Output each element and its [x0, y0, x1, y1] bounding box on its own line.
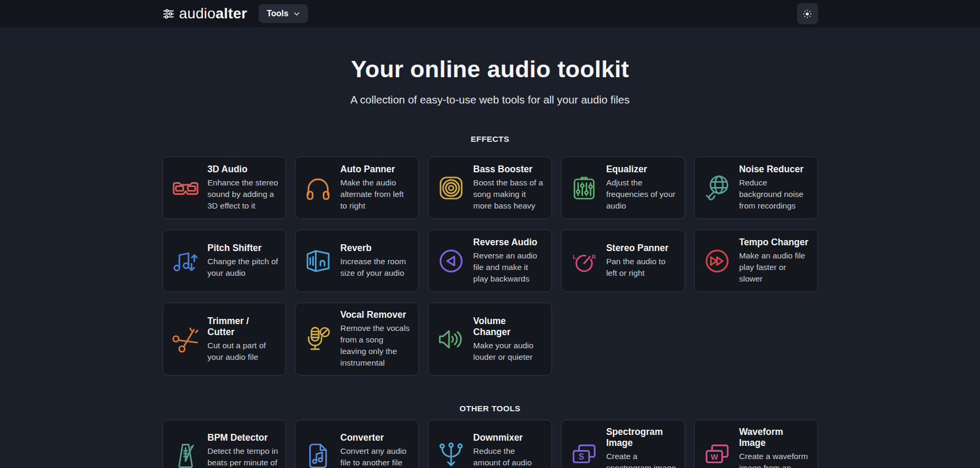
tool-card-text: Waveform ImageCreate a waveform image fr…	[739, 427, 810, 468]
pan-knob-icon: LR	[569, 246, 599, 276]
tool-card-text: Noise ReducerReduce background noise fro…	[739, 164, 810, 212]
tool-card-bpm-detector[interactable]: BPM DetectorDetect the tempo in beats pe…	[162, 420, 287, 468]
sliders-icon	[162, 8, 175, 20]
tool-title: Stereo Panner	[606, 243, 677, 254]
tool-title: Pitch Shifter	[208, 243, 279, 254]
tool-card-text: Tempo ChangerMake an audio file play fas…	[739, 237, 810, 285]
tool-card-vocal-remover[interactable]: Vocal RemoverRemove the vocals from a so…	[295, 303, 419, 376]
tool-card-spectrogram-image[interactable]: SSpectrogram ImageCreate a spectrogram i…	[561, 420, 685, 468]
scissors-icon	[170, 325, 201, 354]
tool-title: 3D Audio	[208, 164, 279, 175]
tool-title: Bass Booster	[473, 164, 544, 175]
tool-card-downmixer[interactable]: DownmixerReduce the amount of audio chan…	[428, 420, 552, 468]
metronome-icon	[170, 441, 201, 468]
tool-card-converter[interactable]: ConverterConvert any audio file to anoth…	[295, 420, 419, 468]
tool-card-bass-booster[interactable]: Bass BoosterBoost the bass of a song mak…	[428, 157, 552, 219]
tool-card-stereo-panner[interactable]: LRStereo PannerPan the audio to left or …	[561, 230, 685, 292]
tool-title: Tempo Changer	[739, 237, 810, 248]
tool-description: Change the pitch of your audio	[208, 256, 279, 279]
tools-menu-button[interactable]: Tools	[259, 4, 308, 23]
tool-card-text: Stereo PannerPan the audio to left or ri…	[606, 243, 677, 279]
section-label-effects: EFFECTS	[162, 134, 818, 144]
theme-toggle-button[interactable]	[797, 3, 818, 24]
navbar: audioalter Tools	[0, 0, 980, 27]
tool-card-tempo-changer[interactable]: Tempo ChangerMake an audio file play fas…	[694, 230, 818, 292]
tool-description: Reduce background noise from recordings	[739, 177, 810, 212]
tool-description: Convert any audio file to another file f…	[340, 445, 411, 468]
glasses-3d-icon	[170, 173, 201, 203]
tool-description: Increase the room size of your audio	[340, 256, 411, 279]
tools-menu-label: Tools	[267, 9, 288, 18]
effects-grid: 3D AudioEnhance the stereo sound by addi…	[162, 157, 818, 376]
tool-description: Remove the vocals from a song leaving on…	[340, 323, 411, 369]
layers-w-icon: W	[702, 441, 732, 468]
tool-description: Create a waveform image from an audio fi…	[739, 451, 810, 468]
tool-title: Trimmer / Cutter	[208, 316, 279, 338]
page-subtitle: A collection of easy-to-use web tools fo…	[162, 93, 818, 106]
svg-text:R: R	[591, 253, 596, 259]
tool-description: Make the audio alternate from left to ri…	[340, 177, 411, 212]
tool-card-text: Bass BoosterBoost the bass of a song mak…	[473, 164, 544, 212]
tool-description: Pan the audio to left or right	[606, 256, 677, 279]
tool-card-3d-audio[interactable]: 3D AudioEnhance the stereo sound by addi…	[162, 157, 287, 219]
hero: Your online audio toolkit A collection o…	[162, 27, 818, 106]
room-icon	[303, 246, 333, 276]
tool-description: Enhance the stereo sound by adding a 3D …	[208, 177, 279, 212]
tool-title: Equalizer	[606, 164, 677, 175]
tool-card-reverse-audio[interactable]: Reverse AudioReverse an audio file and m…	[428, 230, 552, 292]
tool-card-volume-changer[interactable]: Volume ChangerMake your audio louder or …	[428, 303, 552, 376]
tool-description: Make an audio file play faster or slower	[739, 250, 810, 285]
tool-card-equalizer[interactable]: EqualizerAdjust the frequencies of your …	[561, 157, 685, 219]
section-effects: EFFECTS 3D AudioEnhance the stereo sound…	[162, 134, 818, 376]
tool-description: Cut out a part of your audio file	[208, 340, 279, 363]
tool-card-text: Volume ChangerMake your audio louder or …	[473, 316, 544, 363]
chevron-down-icon	[293, 11, 300, 17]
tool-card-noise-reducer[interactable]: Noise ReducerReduce background noise fro…	[694, 157, 818, 219]
tool-description: Reduce the amount of audio channels	[473, 445, 544, 468]
mixer-sliders-icon	[569, 173, 599, 203]
tool-card-text: BPM DetectorDetect the tempo in beats pe…	[208, 432, 279, 468]
section-label-other-tools: OTHER TOOLS	[162, 404, 818, 413]
merge-down-icon	[436, 441, 466, 468]
fast-forward-icon	[702, 246, 732, 276]
tool-description: Reverse an audio file and make it play b…	[473, 250, 544, 285]
tool-card-text: Spectrogram ImageCreate a spectrogram im…	[606, 427, 677, 468]
tool-title: Vocal Remover	[340, 309, 411, 320]
tool-card-text: DownmixerReduce the amount of audio chan…	[473, 432, 544, 468]
headphones-icon	[303, 173, 333, 203]
tool-description: Adjust the frequencies of your audio	[606, 177, 677, 212]
tool-card-auto-panner[interactable]: Auto PannerMake the audio alternate from…	[295, 157, 419, 219]
microphone-mute-icon	[303, 325, 333, 354]
svg-text:L: L	[573, 253, 576, 259]
tool-card-text: 3D AudioEnhance the stereo sound by addi…	[208, 164, 279, 212]
tool-card-trimmer-cutter[interactable]: Trimmer / CutterCut out a part of your a…	[162, 303, 287, 376]
tool-title: Spectrogram Image	[606, 427, 677, 449]
tool-title: BPM Detector	[208, 432, 279, 443]
tool-card-text: Pitch ShifterChange the pitch of your au…	[208, 243, 279, 279]
sun-icon	[803, 9, 812, 18]
tool-card-text: Reverse AudioReverse an audio file and m…	[473, 237, 544, 285]
tool-card-reverb[interactable]: ReverbIncrease the room size of your aud…	[295, 230, 419, 292]
speaker-waves-icon	[436, 325, 466, 354]
tool-card-waveform-image[interactable]: WWaveform ImageCreate a waveform image f…	[694, 420, 818, 468]
tool-title: Waveform Image	[739, 427, 810, 449]
tool-title: Volume Changer	[473, 316, 544, 338]
tool-description: Detect the tempo in beats per minute of …	[208, 445, 279, 468]
tool-title: Auto Panner	[340, 164, 411, 175]
layers-s-icon: S	[569, 441, 599, 468]
note-arrows-icon	[170, 246, 201, 276]
tool-card-text: Vocal RemoverRemove the vocals from a so…	[340, 309, 411, 369]
svg-text:S: S	[578, 452, 584, 461]
other-tools-grid: BPM DetectorDetect the tempo in beats pe…	[162, 420, 818, 468]
tool-title: Noise Reducer	[739, 164, 810, 175]
svg-text:W: W	[710, 453, 718, 461]
reverse-play-icon	[436, 246, 466, 276]
section-other-tools: OTHER TOOLS BPM DetectorDetect the tempo…	[162, 404, 818, 468]
logo[interactable]: audioalter	[162, 5, 248, 22]
tool-card-pitch-shifter[interactable]: Pitch ShifterChange the pitch of your au…	[162, 230, 287, 292]
page-title: Your online audio toolkit	[162, 56, 818, 83]
microphone-globe-icon	[702, 173, 732, 203]
file-music-icon	[303, 441, 333, 468]
subwoofer-icon	[436, 173, 466, 203]
tool-description: Make your audio louder or quieter	[473, 340, 544, 363]
